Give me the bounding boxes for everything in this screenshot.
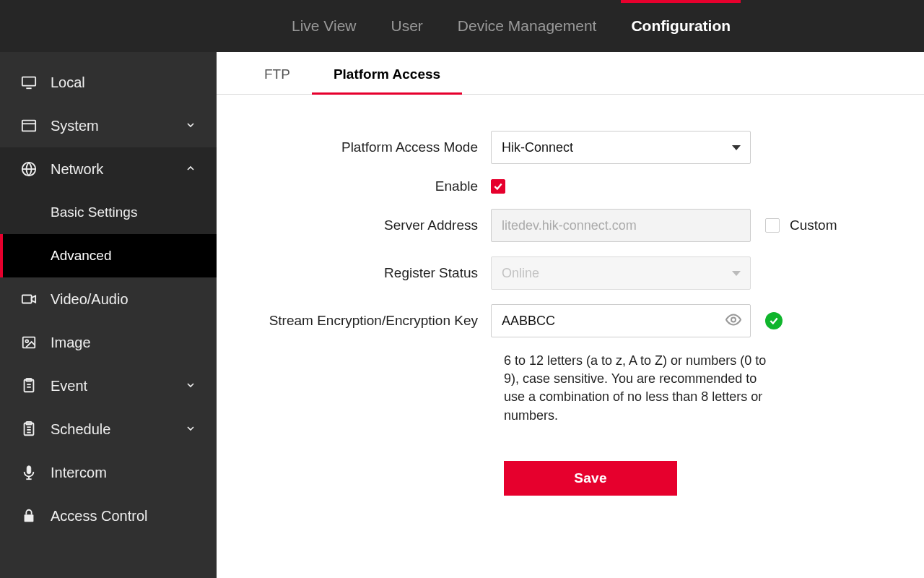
server-address-label: Server Address xyxy=(245,217,491,233)
enable-checkbox[interactable] xyxy=(491,179,505,194)
save-button[interactable]: Save xyxy=(504,461,677,496)
sidebar-item-label: Network xyxy=(51,161,103,178)
enable-label: Enable xyxy=(245,178,491,194)
encryption-key-input[interactable] xyxy=(491,304,751,337)
platform-access-mode-select[interactable]: Hik-Connect xyxy=(491,131,751,164)
subtabs: FTP Platform Access xyxy=(217,52,924,95)
sidebar-sub-basic-settings[interactable]: Basic Settings xyxy=(0,191,217,234)
svg-rect-0 xyxy=(22,77,35,86)
sidebar-item-label: Intercom xyxy=(51,465,107,481)
sidebar-item-label: Image xyxy=(51,335,91,351)
encryption-hint: 6 to 12 letters (a to z, A to Z) or numb… xyxy=(504,352,771,425)
sidebar-sub-advanced[interactable]: Advanced xyxy=(0,234,217,277)
list-icon xyxy=(20,421,38,437)
nav-live-view[interactable]: Live View xyxy=(274,0,374,52)
chevron-down-icon xyxy=(185,421,196,438)
top-nav: Live View User Device Management Configu… xyxy=(0,0,924,52)
nav-device-management[interactable]: Device Management xyxy=(440,0,614,52)
register-status-label: Register Status xyxy=(245,265,491,281)
window-icon xyxy=(20,118,38,134)
nav-user[interactable]: User xyxy=(374,0,440,52)
nav-configuration[interactable]: Configuration xyxy=(614,0,748,52)
sidebar-item-event[interactable]: Event xyxy=(0,364,217,407)
sidebar-item-access-control[interactable]: Access Control xyxy=(0,494,217,538)
sidebar-item-local[interactable]: Local xyxy=(0,61,217,104)
clipboard-icon xyxy=(20,378,38,394)
chevron-up-icon xyxy=(185,161,196,178)
sidebar-item-label: Access Control xyxy=(51,508,148,525)
svg-rect-2 xyxy=(22,121,35,131)
custom-checkbox[interactable] xyxy=(765,218,780,233)
sidebar-item-schedule[interactable]: Schedule xyxy=(0,407,217,451)
register-status-select: Online xyxy=(491,256,751,290)
sidebar-item-label: Event xyxy=(51,378,87,394)
svg-point-9 xyxy=(25,340,28,342)
camcorder-icon xyxy=(20,291,38,307)
sidebar: Local System Network Basic Settings Adva… xyxy=(0,52,217,578)
svg-marker-7 xyxy=(32,296,35,302)
sidebar-item-label: Local xyxy=(51,74,85,91)
tab-platform-access[interactable]: Platform Access xyxy=(312,52,462,94)
sidebar-item-video-audio[interactable]: Video/Audio xyxy=(0,277,217,321)
tab-ftp[interactable]: FTP xyxy=(243,52,312,94)
custom-label: Custom xyxy=(790,217,837,233)
server-address-input xyxy=(491,209,751,242)
image-icon xyxy=(20,335,38,350)
sidebar-item-intercom[interactable]: Intercom xyxy=(0,451,217,494)
lock-icon xyxy=(20,508,38,524)
svg-point-23 xyxy=(731,318,736,322)
eye-icon[interactable] xyxy=(725,311,742,331)
sidebar-item-image[interactable]: Image xyxy=(0,321,217,364)
platform-access-mode-label: Platform Access Mode xyxy=(245,139,491,155)
svg-rect-19 xyxy=(27,466,31,474)
chevron-down-icon xyxy=(185,378,196,394)
sidebar-item-system[interactable]: System xyxy=(0,104,217,147)
svg-rect-6 xyxy=(22,296,32,303)
chevron-down-icon xyxy=(185,118,196,134)
check-icon xyxy=(765,312,783,329)
microphone-icon xyxy=(20,465,38,480)
sidebar-item-label: Video/Audio xyxy=(51,291,128,308)
svg-rect-22 xyxy=(25,514,34,522)
encryption-key-label: Stream Encryption/Encryption Key xyxy=(245,313,491,329)
content-panel: FTP Platform Access Platform Access Mode… xyxy=(217,52,924,578)
monitor-icon xyxy=(20,74,38,90)
sidebar-item-label: System xyxy=(51,118,99,134)
sidebar-item-label: Schedule xyxy=(51,421,110,438)
globe-icon xyxy=(20,161,38,177)
sidebar-item-network[interactable]: Network xyxy=(0,147,217,191)
